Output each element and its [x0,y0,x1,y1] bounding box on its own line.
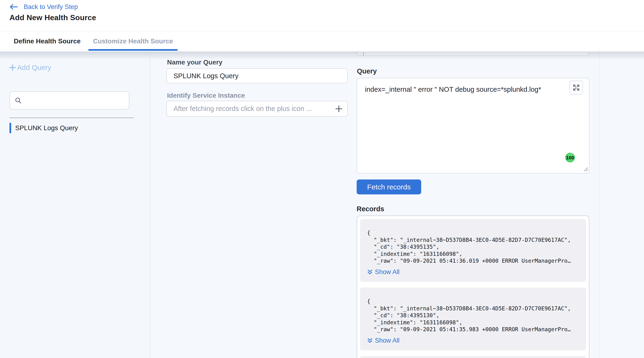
show-all-link[interactable]: Show All [367,337,580,344]
search-icon [15,97,22,104]
double-chevron-down-icon [367,337,373,344]
records-list: { "_bkt": "_internal~38~D537D8B4-3EC0-4D… [360,219,586,351]
query-label: Query [357,67,377,75]
record-json-text: { "_bkt": "_internal~38~D537D8B4-3EC0-4D… [367,230,580,265]
query-sidebar: Add Query SPLUNK Logs Query [0,52,150,358]
query-search-input[interactable] [25,97,125,104]
service-instance-field [166,101,348,117]
drawer-header: Back to Verify Step Add New Health Sourc… [0,0,644,31]
query-name-field [166,68,348,83]
show-all-label: Show All [375,337,400,344]
query-name-input[interactable] [167,69,347,83]
query-form-column: Name your Query Identify Service Instanc… [166,52,348,358]
query-editor: index=_internal " error " NOT debug sour… [357,78,590,174]
record-count-badge: 100 [565,153,575,162]
query-textarea[interactable]: index=_internal " error " NOT debug sour… [357,78,590,174]
clipped-top-input[interactable] [357,52,590,56]
query-editor-column: Query index=_internal " error " NOT debu… [357,52,590,358]
customize-health-source-panel: Add Query SPLUNK Logs Query Name your Qu… [0,52,644,358]
records-label: Records [357,205,384,213]
add-query-button[interactable]: Add Query [9,63,51,72]
record-card-partial [360,356,586,358]
service-instance-plus-button[interactable] [335,105,343,113]
identify-service-instance-label: Identify Service Instance [167,92,245,99]
sidebar-divider [10,118,134,118]
show-all-link[interactable]: Show All [367,268,580,276]
plus-icon [9,64,16,71]
expand-icon [572,84,580,91]
record-json-text: { "_bkt": "_internal~38~D537D8B4-3EC0-4D… [367,298,580,333]
records-container: { "_bkt": "_internal~38~D537D8B4-3EC0-4D… [357,216,590,358]
record-card: { "_bkt": "_internal~38~D537D8B4-3EC0-4D… [360,219,586,282]
right-panel-divider [599,52,600,358]
query-item-label: SPLUNK Logs Query [15,124,78,132]
selected-indicator-bar [10,123,11,133]
sidebar-item-splunk-logs-query[interactable]: SPLUNK Logs Query [10,123,78,133]
query-search-box [10,91,129,109]
back-link-label: Back to Verify Step [24,3,78,11]
back-to-verify-step-link[interactable]: Back to Verify Step [10,2,78,11]
record-card: { "_bkt": "_internal~38~D537D8B4-3EC0-4D… [360,288,586,351]
back-arrow-icon [10,4,18,10]
double-chevron-down-icon [367,269,373,275]
tab-customize-health-source[interactable]: Customize Health Source [88,31,178,51]
service-instance-input[interactable] [167,101,347,116]
health-source-tabbar: Define Health Source Customize Health So… [0,31,644,51]
expand-query-button[interactable] [569,81,583,95]
page-title: Add New Health Source [10,13,96,22]
show-all-label: Show All [375,268,400,276]
fetch-records-button[interactable]: Fetch records [357,179,421,194]
tab-define-health-source[interactable]: Define Health Source [9,31,86,51]
text-caret [363,52,364,55]
add-query-label: Add Query [17,63,51,72]
name-your-query-label: Name your Query [167,58,222,66]
add-health-source-drawer: Back to Verify Step Add New Health Sourc… [0,0,644,358]
